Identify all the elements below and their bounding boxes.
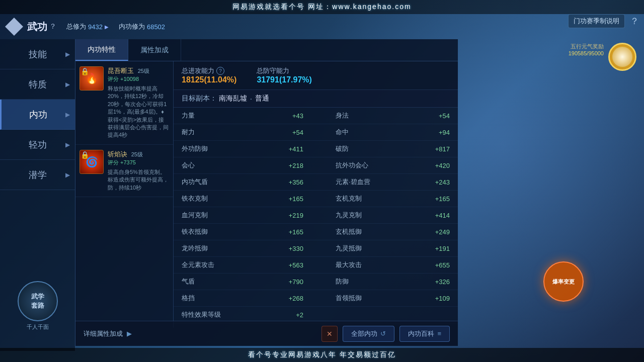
target-dungeon-row: 目标副本： 南海乱墟 · 普通 bbox=[174, 90, 458, 108]
stats-panel: 总进攻能力 ? 18125(11.04%) 总防守能力 31791(17.97%… bbox=[174, 61, 458, 328]
skill-score-zhanyanjue: 评分 +7375 bbox=[108, 159, 169, 166]
season-button[interactable]: 门功赛季制说明 bbox=[568, 14, 625, 28]
sidebar-item-qianxue[interactable]: 潜学 ▶ bbox=[0, 160, 75, 190]
sidebar-arrow-icon: ▶ bbox=[65, 51, 70, 58]
attack-question-icon[interactable]: ? bbox=[216, 67, 224, 75]
stat-divider bbox=[311, 207, 328, 224]
sidebar-item-qinggong[interactable]: 轻功 ▶ bbox=[0, 130, 75, 160]
wuxue-badge[interactable]: 武学 套路 bbox=[18, 281, 58, 321]
explosion-badge[interactable]: 爆率变更 bbox=[543, 261, 584, 302]
stat-arrow-icon: ▶ bbox=[105, 24, 109, 30]
target-dot: · bbox=[250, 95, 252, 103]
stat-left-name: 龙吟抵御 bbox=[174, 240, 262, 257]
stat-left-name: 血河克制 bbox=[174, 207, 262, 224]
stat-left-val: +563 bbox=[262, 257, 311, 274]
top-right-area: 门功赛季制说明 ？ bbox=[568, 14, 639, 28]
five-element-area: 五行元气奖励 190585/95000 bbox=[569, 43, 604, 56]
sidebar-item-jiner[interactable]: 技能 ▶ bbox=[0, 39, 75, 69]
table-row: 血河克制 +219 九灵克制 +414 bbox=[174, 207, 458, 224]
detail-btn[interactable]: 详细属性加成 ▶ bbox=[84, 329, 132, 338]
stat-right-val: +249 bbox=[409, 224, 458, 240]
wuxue-title: 武学 bbox=[31, 292, 44, 301]
table-row: 力量 +43 身法 +54 bbox=[174, 108, 458, 124]
sidebar-label-qinggong: 轻功 bbox=[29, 139, 47, 151]
tab-shuxing-jiacheng[interactable]: 属性加成 bbox=[128, 39, 181, 61]
stats-table: 力量 +43 身法 +54 耐力 +54 命中 +94 外功防御 +411 破防… bbox=[174, 108, 458, 323]
table-row: 全元素攻击 +563 最大攻击 +655 bbox=[174, 257, 458, 274]
table-row: 铁衣克制 +165 玄机克制 +165 bbox=[174, 191, 458, 207]
stat-left-val: +218 bbox=[262, 157, 311, 174]
title-question-icon[interactable]: ？ bbox=[49, 22, 56, 31]
stat-right-name: 抗外功会心 bbox=[328, 157, 409, 174]
table-row: 耐力 +54 命中 +94 bbox=[174, 124, 458, 141]
skill-name-kunwu: 昆吾断玉 25级 bbox=[108, 66, 169, 75]
skill-item-kunwu[interactable]: 🔥 🔒 昆吾断玉 25级 评分 +10098 释放技能时概率提高20%，持续12… bbox=[75, 61, 173, 145]
stat-right-val: +165 bbox=[409, 191, 458, 207]
skill-name-zhanyanjue: 斩焰诀 25级 bbox=[108, 150, 169, 159]
inner-tab-bar: 内功特性 属性加成 bbox=[75, 39, 458, 61]
target-dungeon: 南海乱墟 bbox=[219, 94, 247, 103]
sidebar-label-neigong: 内功 bbox=[29, 109, 47, 121]
header-stats: 总修为 9432 ▶ 内功修为 68502 bbox=[66, 22, 165, 31]
lock-icon-kunwu: 🔒 bbox=[80, 67, 89, 75]
avatar[interactable] bbox=[608, 43, 636, 71]
main-panel: 内功特性 属性加成 🔥 🔒 昆吾断玉 25级 评分 +10098 释放技能时概率… bbox=[75, 39, 458, 346]
skill-item-zhanyanjue[interactable]: 🌀 🔒 斩焰诀 25级 评分 +7375 提高自身5%首领克制。标造成伤害可额外… bbox=[75, 145, 173, 197]
tab-neigong-texing[interactable]: 内功特性 bbox=[75, 39, 128, 61]
total-attack-group: 总进攻能力 ? 18125(11.04%) bbox=[182, 66, 236, 84]
all-neigong-button[interactable]: 全部内功 ↺ bbox=[343, 326, 394, 342]
stat-left-val: +219 bbox=[262, 207, 311, 224]
sidebar-label-tezhi: 特质 bbox=[29, 78, 47, 90]
sidebar-item-tezhi[interactable]: 特质 ▶ bbox=[0, 69, 75, 100]
stat-right-name: 九灵克制 bbox=[328, 207, 409, 224]
wuxue-name: 千人千面 bbox=[27, 323, 49, 331]
neigong-baike-button[interactable]: 内功百科 ≡ bbox=[399, 326, 450, 342]
avatar-inner bbox=[612, 47, 632, 67]
table-row: 外功防御 +411 破防 +817 bbox=[174, 141, 458, 157]
stat-right-val: +414 bbox=[409, 207, 458, 224]
totals-row: 总进攻能力 ? 18125(11.04%) 总防守能力 31791(17.97%… bbox=[174, 61, 458, 90]
skill-list: 🔥 🔒 昆吾断玉 25级 评分 +10098 释放技能时概率提高20%，持续12… bbox=[75, 61, 174, 328]
bottom-bar: 详细属性加成 ▶ ✕ 全部内功 ↺ 内功百科 ≡ bbox=[75, 321, 458, 346]
stat-divider bbox=[311, 108, 328, 124]
bottom-right-btns: ✕ 全部内功 ↺ 内功百科 ≡ bbox=[321, 326, 450, 342]
stat-left-val: +356 bbox=[262, 174, 311, 191]
sidebar-item-neigong[interactable]: 内功 ▶ bbox=[0, 100, 75, 130]
target-label: 目标副本： bbox=[182, 94, 217, 103]
skill-desc-kunwu: 释放技能时概率提高20%，持续12秒，冷却20秒，每次会心可获得1层1%，高(最… bbox=[108, 85, 169, 139]
total-attack-value: 18125(11.04%) bbox=[182, 75, 236, 84]
sidebar-arrow-icon-2: ▶ bbox=[65, 81, 70, 88]
stat-left-val: +268 bbox=[262, 290, 311, 307]
table-row: 气盾 +790 防御 +326 bbox=[174, 274, 458, 290]
top-header: 武功 ？ 总修为 9432 ▶ 内功修为 68502 bbox=[0, 14, 644, 39]
skill-info-zhanyanjue: 斩焰诀 25级 评分 +7375 提高自身5%首领克制。标造成伤害可额外提高，防… bbox=[108, 150, 169, 192]
stat-right-val: +243 bbox=[409, 174, 458, 191]
stat-right-name: 命中 bbox=[328, 124, 409, 141]
close-button[interactable]: ✕ bbox=[321, 326, 338, 342]
inner-stat-label: 内功修为 bbox=[119, 22, 145, 31]
stat-divider bbox=[311, 141, 328, 157]
target-difficulty: 普通 bbox=[255, 94, 269, 103]
total-stat-value: 9432 bbox=[88, 23, 103, 31]
stat-right-name: 防御 bbox=[328, 274, 409, 290]
stat-divider bbox=[311, 157, 328, 174]
stat-left-name: 铁衣抵御 bbox=[174, 224, 262, 240]
five-element-label: 五行元气奖励 bbox=[569, 43, 604, 50]
total-stat-label: 总修为 bbox=[66, 22, 86, 31]
stat-left-val: +165 bbox=[262, 224, 311, 240]
five-element-value: 190585/95000 bbox=[569, 50, 604, 56]
stat-left-name: 力量 bbox=[174, 108, 262, 124]
refresh-icon: ↺ bbox=[380, 330, 386, 337]
stat-left-val: +43 bbox=[262, 108, 311, 124]
stat-left-name: 外功防御 bbox=[174, 141, 262, 157]
stat-divider bbox=[311, 174, 328, 191]
table-row: 内功气盾 +356 元素·碧血营 +243 bbox=[174, 174, 458, 191]
stat-right-val: +54 bbox=[409, 108, 458, 124]
sidebar-label-jiner: 技能 bbox=[29, 48, 47, 60]
stat-divider bbox=[311, 191, 328, 207]
stat-left-name: 内功气盾 bbox=[174, 174, 262, 191]
stat-left-name: 气盾 bbox=[174, 274, 262, 290]
stat-divider bbox=[311, 224, 328, 240]
stat-left-val: +54 bbox=[262, 124, 311, 141]
help-icon[interactable]: ？ bbox=[630, 15, 639, 27]
